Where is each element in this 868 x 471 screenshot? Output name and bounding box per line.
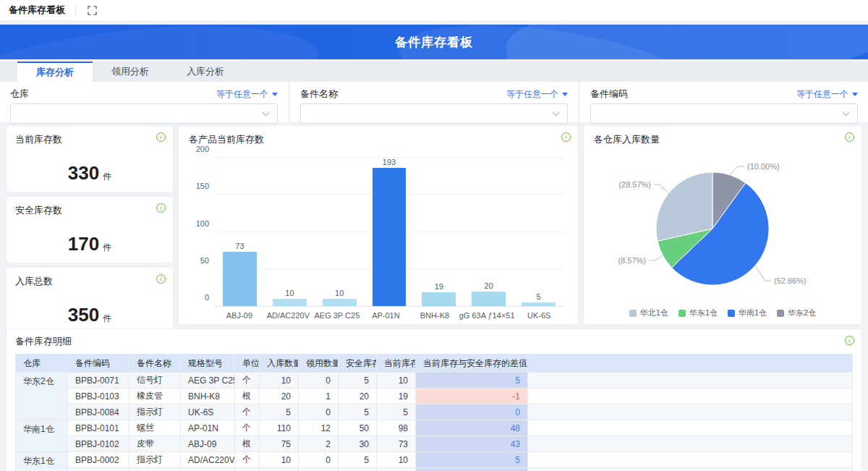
column-header: 领用数量 <box>299 355 339 373</box>
legend-item-华东2仓[interactable]: 华东2仓 <box>777 307 816 318</box>
column-header: 安全库存 <box>339 355 377 373</box>
bar-AD/AC220V[interactable] <box>273 299 307 306</box>
cell-current-stock: 10 <box>377 452 416 468</box>
cell-part-code: BPBJ-0102 <box>68 436 129 452</box>
kpi-inbound-total: 入库总数 i 350 件 <box>6 267 174 334</box>
caret-down-icon <box>562 93 568 96</box>
filter-warehouse-operator[interactable]: 等于任意一个 <box>216 88 278 101</box>
cell-inbound-qty: 110 <box>260 420 299 436</box>
bar-value-label: 20 <box>485 281 493 290</box>
table-row: BPBJ-0102皮带ABJ-09根752307343 <box>16 436 853 452</box>
cell-stock-diff: 15 <box>416 468 528 471</box>
cell-current-stock: 19 <box>377 389 416 404</box>
bar-chart-card: 各产品当前库存数 i 05010015020073101019319205 AB… <box>178 125 579 325</box>
cell-spec: ABJ-09 <box>181 436 235 452</box>
kpi-title: 安全库存数 <box>15 204 164 217</box>
legend-item-华东1仓[interactable]: 华东1仓 <box>678 307 718 318</box>
pie-chart-card: 各仓库入库数量 i (28.57%)(8.57%)(52.86%)(10.00%… <box>583 125 862 325</box>
dashboard-title: 备件库存看板 <box>395 34 473 51</box>
cell-spec: AP-01N <box>181 420 235 436</box>
bar-AEG 3P C25[interactable] <box>323 299 357 306</box>
pie-slice-华北1仓[interactable] <box>656 172 712 241</box>
tab-inventory-analysis[interactable]: 库存分析 <box>17 61 93 82</box>
table-header-row: 仓库备件编码备件名称规格型号单位入库数量领用数量安全库存当前库存当前库存与安全库… <box>16 355 853 373</box>
tab-inbound-analysis[interactable]: 入库分析 <box>168 61 243 82</box>
y-axis-tick: 50 <box>187 256 209 265</box>
cell-filler <box>528 420 853 436</box>
info-icon[interactable]: i <box>156 203 166 213</box>
cell-unit: 个 <box>235 452 260 468</box>
legend-label: 华东2仓 <box>788 307 816 318</box>
info-icon[interactable]: i <box>156 132 166 142</box>
cell-stock-diff: 43 <box>416 436 528 452</box>
cell-used-qty: 0 <box>299 452 339 468</box>
pie-label-connector <box>654 184 668 193</box>
column-header: 当前库存与安全库存的差值 <box>416 355 528 373</box>
legend-item-华南1仓[interactable]: 华南1仓 <box>728 307 767 318</box>
info-icon[interactable]: i <box>156 274 166 284</box>
info-icon[interactable]: i <box>845 336 854 345</box>
table-row: 华东1仓BPBJ-0002指示灯AD/AC220V个1005105 <box>16 452 853 468</box>
bar-slot: 20 <box>464 158 514 306</box>
x-axis-label: gG 63A ƒ14×51 <box>459 311 515 320</box>
info-icon[interactable]: i <box>561 132 571 142</box>
dashboard-banner: 备件库存看板 <box>0 25 868 59</box>
cell-spec: AEG 3P C25 <box>181 373 235 389</box>
kpi-column: 当前库存数 i 330 件 安全库存数 i 170 件 入库总数 i 350 件 <box>6 125 174 325</box>
analysis-tabbar: 库存分析 领用分析 入库分析 <box>0 61 868 82</box>
cell-filler <box>528 389 853 404</box>
cell-unit: 根 <box>235 389 260 404</box>
cell-inbound-qty: 10 <box>260 373 299 389</box>
bar-AP-01N[interactable] <box>373 168 407 306</box>
cell-part-name: 指示灯 <box>129 452 181 468</box>
y-axis-tick: 200 <box>187 145 209 153</box>
tab-usage-analysis[interactable]: 领用分析 <box>93 61 168 82</box>
cell-inbound-qty: 5 <box>260 404 299 420</box>
cell-unit: 个 <box>235 468 260 471</box>
table-row: BPBJ-0084指示灯UK-6S个50550 <box>16 404 853 420</box>
bar-ABJ-09[interactable] <box>223 252 257 306</box>
info-icon[interactable]: i <box>845 132 854 142</box>
inventory-detail-title: 备件库存明细 <box>15 335 853 348</box>
cell-safety-stock: 5 <box>339 452 377 468</box>
cell-used-qty: 0 <box>299 468 339 471</box>
cell-filler <box>528 452 853 468</box>
pie-slice-label: (28.57%) <box>618 180 651 189</box>
pie-label-connector <box>755 266 771 281</box>
filter-warehouse: 仓库 等于任意一个 <box>0 82 288 122</box>
part-code-select[interactable] <box>590 103 858 124</box>
cell-spec: AD/AC220V <box>181 452 235 468</box>
bar-slot: 19 <box>414 158 464 306</box>
legend-item-华北1仓[interactable]: 华北1仓 <box>629 307 668 318</box>
cell-spec: BNH-K8 <box>181 389 235 404</box>
filter-row: 仓库 等于任意一个 备件名称 等于任意一个 备件编码 等于任意一个 <box>0 82 868 122</box>
filter-part-code-operator[interactable]: 等于任意一个 <box>796 88 858 101</box>
filter-part-name-operator[interactable]: 等于任意一个 <box>506 88 568 101</box>
filter-part-code: 备件编码 等于任意一个 <box>580 82 868 122</box>
bar-gG 63A ƒ14×51[interactable] <box>472 292 506 307</box>
cell-part-code: BPBJ-0071 <box>68 373 129 389</box>
warehouse-select[interactable] <box>10 103 278 124</box>
part-name-select[interactable] <box>300 103 568 124</box>
bars-container: 73101019319205 <box>215 158 563 306</box>
bar-value-label: 73 <box>235 242 244 250</box>
fullscreen-expand-icon[interactable] <box>86 4 98 16</box>
cell-warehouse: 华东1仓 <box>16 452 68 471</box>
legend-swatch-icon <box>678 310 686 317</box>
x-axis-label: AP-01N <box>362 311 411 320</box>
cell-part-code: BPBJ-0085 <box>68 468 129 471</box>
bar-chart-title: 各产品当前库存数 <box>189 133 568 146</box>
cell-part-name: 按钮 <box>129 468 181 471</box>
cell-inbound-qty: 75 <box>260 436 299 452</box>
table-row: BPBJ-0103橡皮管BNH-K8根2012019-1 <box>16 389 853 404</box>
legend-label: 华南1仓 <box>739 307 767 318</box>
bar-UK-6S[interactable] <box>522 302 556 306</box>
inventory-table: 仓库备件编码备件名称规格型号单位入库数量领用数量安全库存当前库存当前库存与安全库… <box>15 354 853 471</box>
cell-inbound-qty: 10 <box>260 452 299 468</box>
divider <box>75 5 76 15</box>
cell-part-code: BPBJ-0084 <box>68 404 129 420</box>
inventory-table-body: 华东2仓BPBJ-0071信号灯AEG 3P C25个1005105BPBJ-0… <box>16 373 853 471</box>
x-axis-label: BNH-K8 <box>410 311 459 320</box>
cell-filler <box>528 468 853 471</box>
bar-BNH-K8[interactable] <box>422 292 456 306</box>
